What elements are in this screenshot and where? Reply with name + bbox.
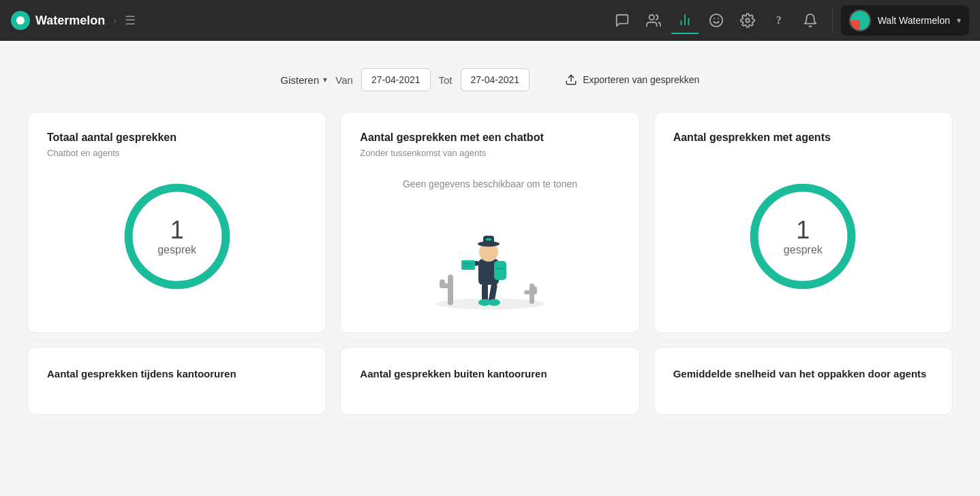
card-buiten-kantoor-title: Aantal gesprekken buiten kantooruren [360,367,619,381]
export-button[interactable]: Exporteren van gesprekken [565,74,699,86]
card-chatbot-subtitle: Zonder tussenkomst van agents [360,148,619,158]
donut-total-text: 1 gesprek [157,217,196,256]
settings-icon [740,13,755,28]
card-snelheid-title: Gemiddelde snelheid van het oppakken doo… [673,367,933,381]
svg-rect-27 [461,260,475,270]
help-icon-btn[interactable]: ? [765,7,793,34]
date-from-input[interactable]: 27-04-2021 [361,68,431,91]
svg-point-0 [649,15,654,20]
export-label: Exporteren van gesprekken [583,74,699,85]
nav-arrow: › [113,15,117,26]
filter-bar: Gisteren ▾ Van 27-04-2021 Tot 27-04-2021… [27,55,953,112]
svg-rect-24 [495,268,505,269]
donut-agents-container: 1 gesprek [673,172,933,308]
svg-rect-17 [532,286,537,294]
card-total-title: Totaal aantal gesprekken [47,131,307,144]
donut-total-number: 1 [157,217,196,244]
bar-chart-icon [677,12,692,27]
analytics-icon-btn[interactable] [671,7,699,34]
card-total-subtitle: Chatbot en agents [47,148,307,158]
settings-icon-btn[interactable] [734,7,761,34]
card-snelheid: Gemiddelde snelheid van het oppakken doo… [654,347,953,415]
app-name: Watermelon [35,14,105,28]
donut-agents: 1 gesprek [745,179,861,294]
nav-menu-icon[interactable]: ☰ [125,13,136,28]
navbar-right: ? Walt Watermelon ▾ [609,5,969,35]
donut-total-label: gesprek [157,244,196,256]
svg-point-4 [710,14,722,27]
user-name: Walt Watermelon [878,15,950,26]
people-icon [646,13,661,28]
bottom-cards-grid: Aantal gesprekken tijdens kantooruren Aa… [27,347,953,415]
svg-rect-23 [494,261,506,280]
card-chatbot-gesprekken: Aantal gesprekken met een chatbot Zonder… [340,112,639,333]
svg-rect-14 [440,279,445,288]
nav-divider [832,8,833,33]
emoji-icon [709,13,724,28]
navbar-logo: Watermelon [11,11,105,30]
svg-rect-33 [486,238,491,241]
svg-point-7 [746,18,750,22]
svg-point-21 [488,299,500,306]
card-agents-subtitle [673,148,933,158]
card-agents-title: Aantal gesprekken met agents [673,131,933,144]
card-agents-gesprekken: Aantal gesprekken met agents 1 gesprek [654,112,953,333]
user-chevron-icon: ▾ [957,16,961,25]
svg-rect-12 [448,275,453,305]
card-kantooruren: Aantal gesprekken tijdens kantooruren [27,347,326,415]
period-label: Gisteren [281,74,320,86]
card-total-gesprekken: Totaal aantal gesprekken Chatbot en agen… [27,112,326,333]
period-chevron-icon: ▾ [323,75,327,84]
user-menu[interactable]: Walt Watermelon ▾ [841,5,969,35]
donut-total-container: 1 gesprek [47,172,307,308]
bell-icon-btn[interactable] [797,7,824,34]
card-buiten-kantoor: Aantal gesprekken buiten kantooruren [340,347,639,415]
date-to-input[interactable]: 27-04-2021 [461,68,530,91]
bell-icon [803,13,818,28]
export-icon [565,74,577,86]
card-chatbot-title: Aantal gesprekken met een chatbot [360,131,619,144]
card-kantooruren-title: Aantal gesprekken tijdens kantooruren [47,367,307,381]
main-content: Gisteren ▾ Van 27-04-2021 Tot 27-04-2021… [0,41,980,429]
avatar [849,10,871,31]
donut-agents-number: 1 [784,217,823,244]
people-icon-btn[interactable] [640,7,667,34]
donut-agents-text: 1 gesprek [784,217,823,256]
donut-total: 1 gesprek [119,179,235,294]
emoji-icon-btn[interactable] [703,7,730,34]
chat-icon [615,13,630,28]
period-dropdown[interactable]: Gisteren ▾ [281,74,328,86]
navbar: Watermelon › ☰ [0,0,980,41]
desert-illustration [415,203,565,312]
logo-inner [16,16,25,25]
chatbot-empty-state: Geen gegevens beschikbaar om te tonen [360,172,619,319]
top-cards-grid: Totaal aantal gesprekken Chatbot en agen… [27,112,953,333]
donut-agents-label: gesprek [784,244,823,256]
navbar-left: Watermelon › ☰ [11,11,136,30]
logo-icon [11,11,30,30]
van-label: Van [335,74,353,86]
chat-icon-btn[interactable] [609,7,636,34]
tot-label: Tot [439,74,453,86]
chatbot-empty-text: Geen gegevens beschikbaar om te tonen [403,179,577,189]
help-icon: ? [776,14,782,27]
